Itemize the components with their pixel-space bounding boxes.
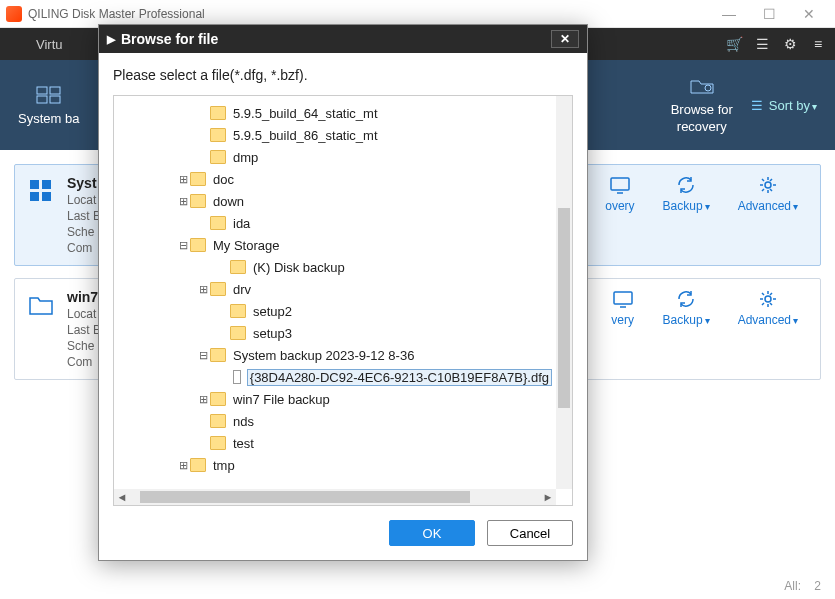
cancel-label: Cancel: [510, 526, 550, 541]
folder-icon: [210, 348, 226, 362]
system-backup-button[interactable]: System ba: [0, 85, 97, 126]
tree-folder[interactable]: ⊟My Storage: [118, 234, 552, 256]
cancel-button[interactable]: Cancel: [487, 520, 573, 546]
folder-icon: [210, 128, 226, 142]
tree-label: doc: [212, 172, 235, 187]
folder-icon: [230, 260, 246, 274]
app-title: QILING Disk Master Professional: [28, 7, 709, 21]
tree-label: ida: [232, 216, 251, 231]
browse-recovery-label2: recovery: [677, 119, 727, 134]
recovery-button[interactable]: very: [611, 289, 635, 327]
backup-button[interactable]: Backup: [663, 289, 710, 327]
svg-rect-9: [611, 178, 629, 190]
maximize-button[interactable]: ☐: [749, 0, 789, 28]
footer-count: 2: [814, 579, 821, 593]
tree-label: 5.9.5_build_86_static_mt: [232, 128, 379, 143]
svg-rect-0: [37, 87, 47, 94]
expand-icon[interactable]: ⊞: [176, 459, 190, 472]
svg-point-4: [705, 85, 711, 91]
folder-icon: [27, 291, 55, 319]
store-icon[interactable]: 🛒: [725, 35, 743, 53]
folder-icon: [190, 458, 206, 472]
vertical-scrollbar[interactable]: [556, 96, 572, 489]
minimize-button[interactable]: —: [709, 0, 749, 28]
svg-rect-11: [614, 292, 632, 304]
expand-icon[interactable]: ⊞: [196, 393, 210, 406]
svg-rect-7: [30, 192, 39, 201]
scrollbar-thumb[interactable]: [140, 491, 470, 503]
tree-label: drv: [232, 282, 252, 297]
tree-folder[interactable]: ⊞win7 File backup: [118, 388, 552, 410]
folder-icon: [230, 326, 246, 340]
sort-icon: ☰: [751, 98, 763, 113]
list-icon[interactable]: ☰: [753, 35, 771, 53]
dialog-close-button[interactable]: ✕: [551, 30, 579, 48]
file-icon: [233, 370, 241, 384]
tree-label: {38D4A280-DC92-4EC6-9213-C10B19EF8A7B}.d…: [247, 369, 552, 386]
svg-point-12: [765, 296, 771, 302]
dialog-instruction: Please select a file(*.dfg, *.bzf).: [99, 53, 587, 91]
advanced-button[interactable]: Advanced: [738, 289, 798, 327]
backup-button[interactable]: Backup: [663, 175, 710, 213]
svg-rect-1: [50, 87, 60, 94]
svg-rect-3: [50, 96, 60, 103]
sort-by-button[interactable]: ☰ Sort by: [751, 98, 835, 113]
menu-icon[interactable]: ≡: [809, 35, 827, 53]
tree-label: test: [232, 436, 255, 451]
tree-folder[interactable]: ⊞drv: [118, 278, 552, 300]
tree-file-selected[interactable]: {38D4A280-DC92-4EC6-9213-C10B19EF8A7B}.d…: [118, 366, 552, 388]
recovery-button[interactable]: overy: [605, 175, 634, 213]
tree-label: tmp: [212, 458, 236, 473]
advanced-button[interactable]: Advanced: [738, 175, 798, 213]
tree-folder[interactable]: nds: [118, 410, 552, 432]
svg-rect-6: [42, 180, 51, 189]
tree-folder[interactable]: setup2: [118, 300, 552, 322]
tree-folder[interactable]: ⊞doc: [118, 168, 552, 190]
collapse-icon[interactable]: ⊟: [176, 239, 190, 252]
gear-icon[interactable]: ⚙: [781, 35, 799, 53]
tab-virtual[interactable]: Virtu: [18, 28, 81, 60]
scroll-left-icon[interactable]: ◄: [114, 491, 130, 503]
expand-icon[interactable]: ⊞: [196, 283, 210, 296]
tree-folder[interactable]: ⊞down: [118, 190, 552, 212]
svg-rect-2: [37, 96, 47, 103]
dialog-titlebar[interactable]: ▶ Browse for file ✕: [99, 25, 587, 53]
svg-rect-5: [30, 180, 39, 189]
browse-recovery-button[interactable]: Browse for recovery: [653, 76, 751, 134]
monitor-icon: [611, 289, 635, 309]
expand-icon[interactable]: ⊞: [176, 195, 190, 208]
system-backup-label: System ba: [18, 111, 79, 126]
folder-icon: [210, 392, 226, 406]
folder-icon: [210, 106, 226, 120]
tree-folder[interactable]: 5.9.5_build_64_static_mt: [118, 102, 552, 124]
refresh-icon: [674, 289, 698, 309]
tree-folder[interactable]: dmp: [118, 146, 552, 168]
tab-virtual-label: Virtu: [36, 37, 63, 52]
tree-label: setup2: [252, 304, 293, 319]
file-tree-viewport[interactable]: 5.9.5_build_64_static_mt 5.9.5_build_86_…: [114, 96, 556, 489]
expand-icon[interactable]: ⊞: [176, 173, 190, 186]
scrollbar-thumb[interactable]: [558, 208, 570, 408]
scroll-right-icon[interactable]: ►: [540, 491, 556, 503]
tree-label: 5.9.5_build_64_static_mt: [232, 106, 379, 121]
tree-folder[interactable]: ida: [118, 212, 552, 234]
footer-all-label: All:: [784, 579, 801, 593]
horizontal-scrollbar[interactable]: ◄ ►: [114, 489, 556, 505]
ok-label: OK: [423, 526, 442, 541]
close-button[interactable]: ✕: [789, 0, 829, 28]
tree-folder[interactable]: 5.9.5_build_86_static_mt: [118, 124, 552, 146]
windows-icon: [27, 177, 55, 205]
tree-label: (K) Disk backup: [252, 260, 346, 275]
folder-icon: [210, 436, 226, 450]
tree-folder[interactable]: ⊟System backup 2023-9-12 8-36: [118, 344, 552, 366]
backup-label: Backup: [663, 313, 710, 327]
tree-folder[interactable]: test: [118, 432, 552, 454]
collapse-icon[interactable]: ⊟: [196, 349, 210, 362]
tree-label: dmp: [232, 150, 259, 165]
advanced-label: Advanced: [738, 313, 798, 327]
tree-folder[interactable]: ⊞tmp: [118, 454, 552, 476]
advanced-label: Advanced: [738, 199, 798, 213]
ok-button[interactable]: OK: [389, 520, 475, 546]
tree-folder[interactable]: (K) Disk backup: [118, 256, 552, 278]
tree-folder[interactable]: setup3: [118, 322, 552, 344]
